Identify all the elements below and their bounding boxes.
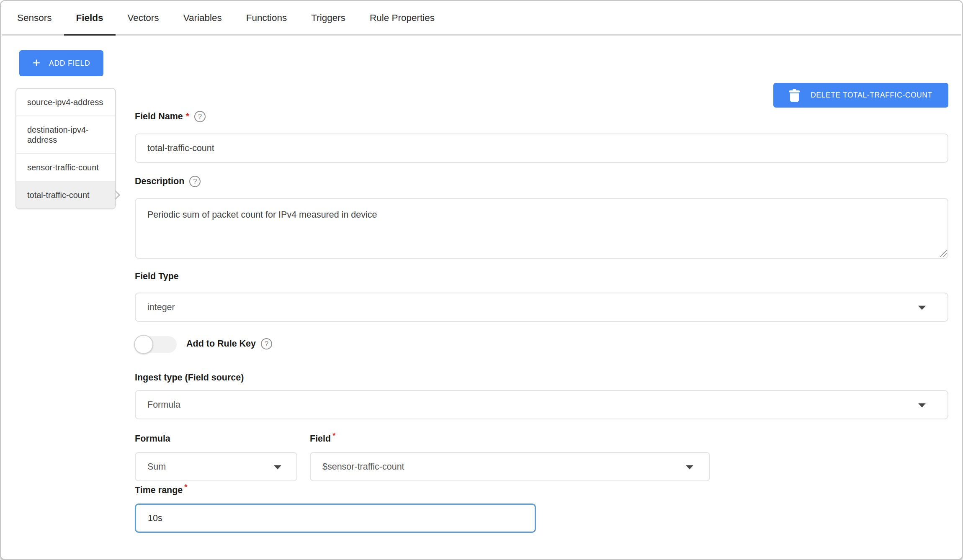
sidebar-item-source-ipv4-address[interactable]: source-ipv4-address xyxy=(16,89,115,116)
field-list: source-ipv4-addressdestination-ipv4-addr… xyxy=(15,88,116,209)
time-range-input[interactable] xyxy=(135,503,536,533)
tab-functions[interactable]: Functions xyxy=(234,2,299,34)
sidebar-item-total-traffic-count[interactable]: total-traffic-count xyxy=(16,182,115,208)
tab-variables[interactable]: Variables xyxy=(171,2,234,34)
help-icon[interactable]: ? xyxy=(189,176,201,187)
required-marker: * xyxy=(186,111,189,122)
help-icon[interactable]: ? xyxy=(261,338,272,349)
required-marker: * xyxy=(184,483,187,492)
sidebar-item-label: destination-ipv4-address xyxy=(27,125,89,144)
tab-triggers[interactable]: Triggers xyxy=(299,2,358,34)
field-select[interactable]: $sensor-traffic-count xyxy=(310,452,710,481)
chevron-down-icon xyxy=(274,465,281,470)
add-to-rule-key-toggle[interactable] xyxy=(135,336,177,353)
chevron-right-icon xyxy=(111,190,121,200)
field-name-input[interactable] xyxy=(135,134,948,163)
delete-field-button[interactable]: DELETE TOTAL-TRAFFIC-COUNT xyxy=(773,83,948,108)
chevron-down-icon xyxy=(918,403,926,408)
sidebar-item-label: total-traffic-count xyxy=(27,190,90,200)
plus-icon: + xyxy=(32,56,41,69)
add-field-button[interactable]: + ADD FIELD xyxy=(19,50,103,76)
chevron-down-icon xyxy=(918,306,926,310)
sidebar-item-label: source-ipv4-address xyxy=(27,98,103,107)
field-type-value: integer xyxy=(147,302,175,313)
tab-vectors[interactable]: Vectors xyxy=(116,2,171,34)
tab-bar: SensorsFieldsVectorsVariablesFunctionsTr… xyxy=(2,2,961,36)
time-range-label: Time range * xyxy=(135,485,188,496)
trash-icon xyxy=(789,89,800,102)
description-textarea[interactable]: Periodic sum of packet count for IPv4 me… xyxy=(135,198,948,259)
delete-button-label: DELETE TOTAL-TRAFFIC-COUNT xyxy=(811,91,932,100)
chevron-down-icon xyxy=(686,465,693,470)
tab-sensors[interactable]: Sensors xyxy=(5,2,64,34)
required-marker: * xyxy=(332,431,335,440)
description-label: Description ? xyxy=(135,176,201,187)
field-value: $sensor-traffic-count xyxy=(322,462,404,472)
formula-label: Formula xyxy=(135,434,170,444)
description-field-wrap: Periodic sum of packet count for IPv4 me… xyxy=(135,198,948,259)
formula-value: Sum xyxy=(147,462,166,472)
sidebar-item-sensor-traffic-count[interactable]: sensor-traffic-count xyxy=(16,154,115,182)
add-field-button-label: ADD FIELD xyxy=(49,59,90,68)
ingest-type-select[interactable]: Formula xyxy=(135,390,948,419)
field-name-label: Field Name * ? xyxy=(135,111,206,122)
ingest-type-label: Ingest type (Field source) xyxy=(135,372,244,383)
app-window: SensorsFieldsVectorsVariablesFunctionsTr… xyxy=(0,0,963,560)
formula-select[interactable]: Sum xyxy=(135,452,297,481)
field-type-label: Field Type xyxy=(135,271,179,282)
sidebar-item-destination-ipv4-address[interactable]: destination-ipv4-address xyxy=(16,116,115,154)
tab-fields[interactable]: Fields xyxy=(64,2,116,34)
sidebar-item-label: sensor-traffic-count xyxy=(27,163,99,172)
add-to-rule-key-label: Add to Rule Key ? xyxy=(186,338,272,349)
field-type-select[interactable]: integer xyxy=(135,293,948,322)
toggle-knob[interactable] xyxy=(134,335,153,354)
ingest-type-value: Formula xyxy=(147,400,180,410)
tab-rule-properties[interactable]: Rule Properties xyxy=(358,2,447,34)
help-icon[interactable]: ? xyxy=(194,111,206,122)
field-label: Field * xyxy=(310,434,336,444)
